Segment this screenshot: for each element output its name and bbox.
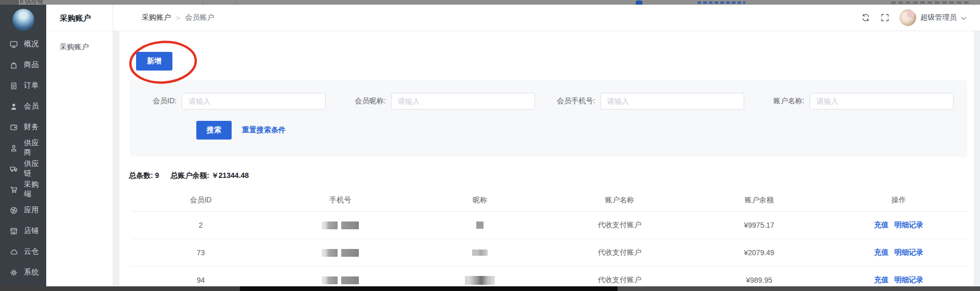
redacted-phone-blocks	[322, 276, 359, 284]
table-row: 2代收支付账户¥9975.17充值明细记录	[131, 212, 969, 239]
cloud-icon	[9, 247, 18, 256]
column-header-2: 昵称	[410, 196, 550, 205]
nickname-redacted-cell	[410, 221, 550, 229]
sidebar-item-label: 会员	[24, 102, 39, 111]
sidebar-item-orders[interactable]: 订单	[0, 75, 46, 96]
redacted-nickname-block	[476, 221, 484, 229]
nickname-redacted-cell	[410, 276, 550, 285]
finance-wallet-icon	[9, 123, 18, 132]
sidebar-item-label: 订单	[24, 81, 39, 90]
fullscreen-icon[interactable]	[880, 13, 890, 22]
column-header-3: 账户名称	[549, 196, 689, 205]
user-name: 超级管理员	[920, 13, 957, 22]
account-name-cell: 代收支付账户	[549, 248, 689, 257]
sidebar-item-supply-chain[interactable]: 供应链	[0, 158, 46, 179]
monitor-icon	[9, 40, 18, 49]
sidebar-item-suppliers[interactable]: 供应商	[0, 137, 46, 158]
background-divider	[236, 0, 237, 5]
sidebar-item-label: 应用	[24, 205, 39, 215]
sidebar-item-label: 供应链	[24, 159, 46, 178]
member-nickname-input[interactable]	[391, 93, 535, 109]
sidebar-item-shops[interactable]: 店铺	[0, 220, 46, 241]
sidebar-item-label: 供应商	[24, 138, 46, 157]
table-row: 73代收支付账户¥2079.49充值明细记录	[131, 239, 969, 267]
redacted-nickname-block	[465, 276, 495, 285]
redacted-phone-blocks	[322, 221, 359, 229]
total-count-label: 总条数:	[129, 171, 153, 179]
background-divider	[203, 0, 203, 5]
submenu-panel: 采购账户 采购账户	[46, 5, 113, 286]
breadcrumb: 采购账户 > 会员账户	[142, 13, 214, 22]
column-header-5: 操作	[829, 196, 969, 205]
app-window: 8 供应链 概况商品订单会员财务供应商供应链采购端应用店铺云仓系统 采购账户 采…	[0, 0, 980, 291]
background-text-fragment	[697, 2, 745, 4]
user-avatar[interactable]	[900, 9, 916, 26]
sidebar-item-label: 财务	[24, 122, 39, 132]
recharge-link[interactable]: 充值	[874, 248, 889, 257]
actions-cell: 充值明细记录	[829, 220, 969, 230]
sidebar-item-system[interactable]: 系统	[0, 262, 46, 283]
phone-redacted-cell	[271, 249, 410, 257]
background-fragment	[0, 0, 19, 5]
column-header-1: 手机号	[271, 196, 410, 205]
search-field-label: 会员ID:	[130, 96, 182, 106]
table-row: 94代收支付账户¥989.95充值明细记录	[131, 267, 969, 286]
redacted-phone-blocks	[322, 249, 359, 257]
balance-cell: ¥989.95	[689, 276, 829, 284]
column-header-0: 会员ID	[131, 196, 271, 205]
breadcrumb-separator: >	[176, 14, 180, 22]
system-gear-icon	[9, 268, 18, 277]
sidebar-item-goods[interactable]: 商品	[0, 54, 46, 75]
search-field-label: 会员昵称:	[339, 96, 391, 106]
recharge-link[interactable]: 充值	[874, 220, 889, 230]
detail-record-link[interactable]: 明细记录	[894, 248, 923, 257]
submenu-item-purchase-account[interactable]: 采购账户	[46, 43, 113, 52]
member-phone-input[interactable]	[600, 93, 744, 109]
supplier-icon	[9, 144, 18, 153]
breadcrumb-item-member-account[interactable]: 会员账户	[185, 13, 214, 22]
detail-record-link[interactable]: 明细记录	[894, 220, 923, 230]
sidebar-item-cloud-warehouse[interactable]: 云仓	[0, 241, 46, 262]
user-menu[interactable]: 超级管理员	[900, 9, 966, 26]
app-logo-avatar[interactable]	[12, 9, 34, 31]
supply-chain-truck-icon	[9, 164, 18, 173]
reset-search-link[interactable]: 重置搜索条件	[242, 126, 286, 135]
procurement-cart-icon	[9, 185, 18, 194]
background-window-sliver: 8 供应链	[0, 0, 980, 5]
account-name-input[interactable]	[810, 93, 954, 109]
sidebar-item-label: 采购端	[24, 180, 46, 199]
balance-cell: ¥2079.49	[689, 248, 829, 257]
accounts-table: 会员ID手机号昵称账户名称账户余额操作 2代收支付账户¥9975.17充值明细记…	[131, 189, 969, 286]
chevron-down-icon	[961, 13, 966, 22]
sidebar-item-label: 系统	[24, 268, 39, 277]
total-count-value: 9	[155, 171, 159, 179]
search-filter-panel: 会员ID:会员昵称:会员手机号:账户名称: 搜索 重置搜索条件	[130, 80, 967, 157]
redacted-nickname-block	[472, 250, 488, 256]
column-header-4: 账户余额	[689, 196, 829, 205]
member-id-cell: 73	[131, 248, 271, 257]
sidebar-item-overview[interactable]: 概况	[0, 34, 46, 54]
sidebar-item-apps[interactable]: 应用	[0, 200, 46, 220]
total-balance-label: 总账户余额:	[170, 171, 209, 179]
detail-record-link[interactable]: 明细记录	[894, 275, 923, 285]
account-name-cell: 代收支付账户	[549, 275, 689, 285]
sidebar-item-members[interactable]: 会员	[0, 96, 46, 117]
background-tree-item-fragment: 8 供应链	[20, 0, 44, 5]
search-field-account-name: 账户名称:	[758, 93, 967, 109]
breadcrumb-item-purchase-account[interactable]: 采购账户	[142, 13, 171, 22]
search-field-member-nickname: 会员昵称:	[339, 93, 548, 109]
phone-redacted-cell	[271, 221, 410, 229]
sidebar-item-procurement[interactable]: 采购端	[0, 179, 46, 200]
recharge-link[interactable]: 充值	[874, 275, 889, 285]
member-id-input[interactable]	[182, 93, 326, 109]
add-button[interactable]: 新增	[136, 52, 172, 71]
sidebar-item-finance[interactable]: 财务	[0, 117, 46, 137]
table-header-row: 会员ID手机号昵称账户名称账户余额操作	[131, 189, 969, 212]
search-field-label: 会员手机号:	[548, 96, 600, 106]
refresh-icon[interactable]	[861, 13, 870, 22]
page-card: 新增 会员ID:会员昵称:会员手机号:账户名称: 搜索 重置搜索条件 总条数: …	[119, 31, 974, 286]
background-logo-fragment	[636, 1, 642, 5]
search-field-member-id: 会员ID:	[130, 93, 339, 109]
search-button[interactable]: 搜索	[196, 121, 232, 140]
balance-cell: ¥9975.17	[689, 221, 829, 229]
